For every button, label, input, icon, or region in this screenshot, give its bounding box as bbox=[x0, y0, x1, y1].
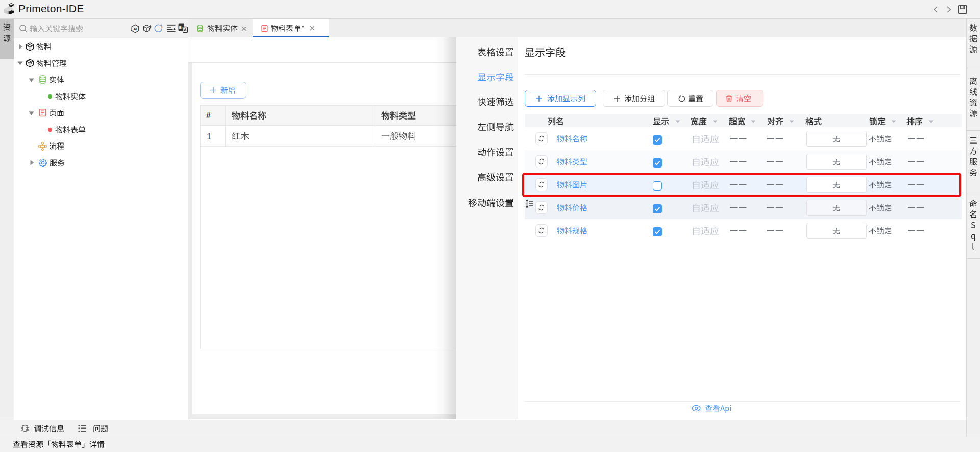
svg-text:AI: AI bbox=[133, 27, 137, 31]
